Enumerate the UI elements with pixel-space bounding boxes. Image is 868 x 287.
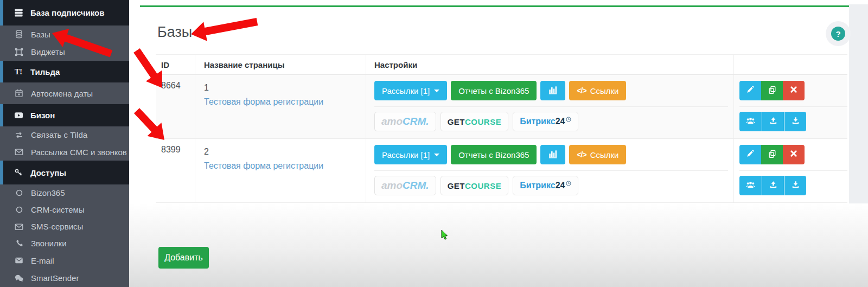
subscribers-button[interactable] [739,112,762,131]
card-top-accent [140,5,849,7]
sidebar-item-tilda[interactable]: T! Тильда [0,61,129,82]
bizon-reports-button[interactable]: Отчеты с Bizon365 [451,145,537,164]
sidebar-item-bizon[interactable]: Бизон [0,104,129,126]
cell-divider [739,106,847,107]
sidebar-item-subscriber-base[interactable]: База подписчиков [0,0,129,25]
table-header-row: ID Название страницы Настройки [156,55,847,75]
sidebar-item-auto-date[interactable]: Автосмена даты [0,82,129,104]
sidebar-item-label: SMS-сервисы [31,222,83,231]
clock-icon [566,178,571,188]
sidebar-item-label: Автосмена даты [31,89,93,98]
sidebar-item-email[interactable]: E-mail [0,252,129,269]
header-id: ID [156,55,195,74]
sidebar-item-bizon365[interactable]: Bizon365 [0,184,129,201]
bitrix24-button[interactable]: Битрикс24 [513,112,578,131]
download-button[interactable] [784,112,806,131]
code-icon: </> [577,150,586,159]
sidebar-item-sms-services[interactable]: SMS-сервисы [0,218,129,235]
table-row: 8664 1 Тестовая форма регистрации Рассыл… [156,75,847,139]
row-name-cell: 1 Тестовая форма регистрации [195,75,366,138]
subscribers-button[interactable] [739,176,762,195]
envelope-filled-icon [14,255,24,266]
mailings-dropdown-button[interactable]: Рассылки [1] [374,81,447,100]
stats-button[interactable] [540,81,565,100]
database-icon [14,29,24,40]
row-settings-cell: Рассылки [1] Отчеты с Bizon365 </> Ссылк… [366,139,734,202]
edit-button[interactable] [739,81,761,100]
circle-icon [14,205,24,215]
chat-bubbles-icon [14,273,24,284]
sidebar-item-access[interactable]: Доступы [0,161,129,184]
cell-divider [374,106,728,107]
sidebar-item-dialers[interactable]: Звонилки [0,235,129,252]
copy-button[interactable] [761,81,783,100]
help-button[interactable]: ? [831,27,845,41]
upload-button[interactable] [762,112,784,131]
bizon-reports-button[interactable]: Отчеты с Bizon365 [451,81,537,100]
getcourse-button[interactable]: GETCOURSE [441,112,509,131]
copy-icon [768,149,777,161]
download-icon [791,116,800,127]
row-page-link[interactable]: Тестовая форма регистрации [204,95,366,109]
envelope-outline-icon [14,146,24,157]
row-actions-cell [734,139,847,202]
stats-button[interactable] [540,145,565,164]
widgets-icon [14,47,24,58]
download-icon [791,180,800,192]
upload-icon [769,116,778,127]
sidebar-item-sms-calls[interactable]: Рассылка СМС и звонков [0,143,129,161]
header-settings: Настройки [366,55,734,74]
row-page-link[interactable]: Тестовая форма регистрации [204,159,366,173]
download-button[interactable] [784,176,806,195]
copy-button[interactable] [761,145,783,164]
sidebar-item-bases[interactable]: Базы [0,25,129,43]
sidebar-item-label: Доступы [30,168,66,177]
close-icon [790,86,797,95]
amocrm-button[interactable]: amoCRM. [374,176,436,195]
sidebar-item-label: E-mail [31,256,54,265]
bar-chart-icon [547,85,558,97]
sidebar-item-label: Виджеты [31,47,65,56]
links-button[interactable]: </> Ссылки [569,81,626,100]
row-actions-cell [734,75,847,138]
links-button[interactable]: </> Ссылки [569,145,626,164]
table-row: 8399 2 Тестовая форма регистрации Рассыл… [156,139,847,203]
getcourse-button[interactable]: GETCOURSE [441,176,509,195]
sidebar-item-link-tilda[interactable]: Связать с Tilda [0,126,129,143]
pencil-icon [746,149,755,160]
sidebar-item-label: Звонилки [31,239,67,248]
copy-icon [768,85,777,97]
sidebar-item-label: CRM-системы [31,205,85,214]
edit-button[interactable] [739,145,761,164]
cell-divider [374,170,728,171]
row-name-cell: 2 Тестовая форма регистрации [195,139,366,202]
users-icon [745,116,756,128]
sidebar-item-crm[interactable]: CRM-системы [0,201,129,218]
cell-divider [739,170,847,171]
sidebar-item-widgets[interactable]: Виджеты [0,43,129,61]
amocrm-button[interactable]: amoCRM. [374,112,436,131]
edit-actions-group [739,81,805,100]
app-window: База подписчиков Базы Виджеты T! Тильда … [0,0,868,287]
bitrix24-button[interactable]: Битрикс24 [513,176,578,195]
page-background-fade [129,203,868,287]
mailings-dropdown-button[interactable]: Рассылки [1] [374,145,447,164]
close-icon [790,150,797,160]
svg-text:T!: T! [15,67,22,76]
add-button[interactable]: Добавить [158,247,209,269]
key-icon [13,167,24,178]
exchange-icon [14,130,24,141]
sidebar: База подписчиков Базы Виджеты T! Тильда … [0,0,129,287]
delete-button[interactable] [783,145,805,164]
chevron-down-icon [434,90,439,92]
sidebar-item-label: Bizon365 [31,188,65,197]
sidebar-item-smartsender[interactable]: SmartSender [0,269,129,287]
upload-button[interactable] [762,176,784,195]
data-actions-group [739,176,806,195]
delete-button[interactable] [783,81,805,100]
row-settings-cell: Рассылки [1] Отчеты с Bizon365 </> Ссылк… [366,75,734,138]
row-id: 8664 [156,75,195,138]
sidebar-item-label: Базы [31,30,50,39]
help-button-halo: ? [826,21,851,46]
upload-icon [769,180,778,192]
